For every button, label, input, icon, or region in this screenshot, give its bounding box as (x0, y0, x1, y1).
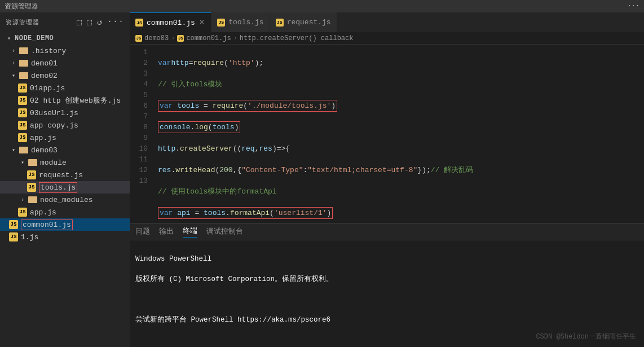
new-file-icon[interactable]: ⬚ (77, 17, 82, 28)
refresh-icon[interactable]: ↺ (97, 17, 103, 28)
tree-item-app-demo02[interactable]: JS app.js (0, 131, 130, 144)
tree-root-node_demo[interactable]: ▾ NODE_DEMO (0, 32, 130, 45)
tab-close-common01[interactable]: × (199, 18, 205, 27)
tab-requestjs[interactable]: JS request.js (270, 12, 337, 32)
tree-label-02http: 02 http 创建web服务.js (30, 95, 121, 106)
tree-item-03useUrl[interactable]: JS 03useUrl.js (0, 107, 130, 119)
tab-label-tools: tools.js (228, 18, 263, 27)
tree-item-history[interactable]: › .history (0, 45, 130, 57)
panel-tab-output[interactable]: 输出 (159, 226, 174, 238)
terminal-line-4: 尝试新的跨平台 PowerShell https://aka.ms/pscore… (135, 315, 638, 325)
code-editor[interactable]: 1 2 3 4 5 6 7 8 9 10 11 12 13 var http =… (130, 45, 644, 223)
panel-tab-problems[interactable]: 问题 (135, 226, 150, 238)
tree-label-history: .history (31, 47, 66, 55)
chevron-right-icon: › (9, 46, 18, 55)
folder-icon (19, 147, 28, 153)
tree-item-module[interactable]: ▾ module (0, 156, 130, 169)
line-numbers: 1 2 3 4 5 6 7 8 9 10 11 12 13 (130, 45, 152, 223)
breadcrumb: JS demo03 › JS common01.js › http.create… (130, 32, 644, 45)
chevron-down-icon: ▾ (18, 158, 27, 167)
title-label: 资源管理器 (5, 2, 38, 11)
tree-item-1js[interactable]: JS 1.js (0, 231, 130, 243)
js-icon: JS (9, 220, 18, 229)
file-tree: ▾ NODE_DEMO › .history › demo01 ▾ demo02 (0, 32, 130, 347)
breadcrumb-demo03: demo03 (144, 34, 169, 42)
panel: 问题 输出 终端 调试控制台 Windows PowerShell 版权所有 (… (130, 223, 644, 347)
js-icon: JS (18, 121, 27, 130)
tree-item-toolsjs[interactable]: JS tools.js (0, 181, 130, 194)
chevron-right-icon: › (9, 59, 18, 68)
tree-label-demo01: demo01 (31, 59, 58, 68)
chevron-down-icon: ▾ (9, 146, 18, 155)
sidebar-title-label: 资源管理器 (6, 18, 39, 27)
tree-item-common01js[interactable]: JS common01.js (0, 218, 130, 231)
js-icon: JS (18, 84, 27, 93)
tree-item-demo03[interactable]: ▾ demo03 (0, 144, 130, 156)
tree-label-demo02: demo02 (31, 72, 58, 80)
code-line-8: var api = tools.formatApi('userlist/1') (158, 208, 644, 218)
breadcrumb-js-icon: JS (135, 35, 142, 42)
code-line-1: var http = require('http'); (158, 58, 644, 68)
tree-label-node-modules: node_modules (40, 196, 93, 204)
code-line-7: // 使用tools模块中的formatApi (158, 186, 644, 197)
tree-item-demo02[interactable]: ▾ demo02 (0, 69, 130, 82)
breadcrumb-js-icon2: JS (177, 35, 184, 42)
tree-label-toolsjs: tools.js (39, 183, 77, 192)
terminal-line-2: 版权所有 (C) Microsoft Corporation。保留所有权利。 (135, 274, 638, 284)
tree-label-03useUrl: 03useUrl.js (30, 109, 78, 117)
panel-tab-debug[interactable]: 调试控制台 (206, 226, 243, 238)
title-bar: 资源管理器 ··· (0, 0, 644, 12)
js-icon: JS (18, 133, 27, 142)
js-tab-icon: JS (276, 19, 284, 27)
new-folder-icon[interactable]: ⬚ (87, 17, 92, 28)
code-line-3: var tools = require('./module/tools.js') (158, 100, 644, 111)
folder-icon (19, 72, 28, 79)
js-tab-icon: JS (217, 19, 225, 27)
tree-item-01app[interactable]: JS 01app.js (0, 82, 130, 94)
tab-common01js[interactable]: JS common01.js × (130, 12, 211, 32)
folder-icon (19, 60, 28, 67)
tree-item-appcopy[interactable]: JS app copy.js (0, 119, 130, 131)
panel-tab-bar: 问题 输出 终端 调试控制台 (130, 223, 644, 240)
tree-item-02http[interactable]: JS 02 http 创建web服务.js (0, 94, 130, 107)
code-content[interactable]: var http = require('http'); // 引入tools模块… (152, 45, 644, 223)
tree-label-demo03: demo03 (31, 146, 58, 155)
tree-label-1js: 1.js (21, 233, 38, 241)
folder-icon (28, 159, 37, 166)
panel-tab-terminal[interactable]: 终端 (183, 226, 197, 238)
more-icon[interactable]: ··· (107, 17, 124, 28)
breadcrumb-sep1: › (171, 34, 175, 42)
tree-item-requestjs[interactable]: JS request.js (0, 169, 130, 181)
chevron-right-icon: › (18, 195, 27, 204)
folder-icon (19, 47, 28, 54)
tree-item-demo01[interactable]: › demo01 (0, 57, 130, 69)
terminal-content[interactable]: Windows PowerShell 版权所有 (C) Microsoft Co… (130, 240, 644, 347)
tab-label-request: request.js (287, 18, 331, 27)
tree-label-app-demo02: app.js (30, 134, 56, 142)
sidebar-icons[interactable]: ⬚ ⬚ ↺ ··· (77, 17, 124, 28)
breadcrumb-callback: http.createServer() callback (240, 34, 354, 42)
code-line-4: console.log(tools) (158, 122, 644, 133)
js-tab-icon: JS (135, 19, 143, 27)
js-icon: JS (18, 208, 27, 217)
sidebar-header: 资源管理器 ⬚ ⬚ ↺ ··· (0, 12, 130, 32)
tree-item-node-modules[interactable]: › node_modules (0, 194, 130, 206)
tree-label-appcopy: app copy.js (30, 121, 78, 130)
watermark: CSDN @Sheldon一蓑烟雨任平生 (536, 332, 636, 341)
tab-toolsjs[interactable]: JS tools.js (211, 12, 270, 32)
tree-label-module: module (40, 159, 67, 167)
js-icon: JS (18, 108, 27, 117)
tree-label-common01js: common01.js (21, 221, 73, 229)
js-icon: JS (9, 232, 18, 241)
tree-item-app-demo03[interactable]: JS app.js (0, 206, 130, 218)
root-label: NODE_DEMO (15, 34, 54, 42)
terminal-line-3 (135, 295, 638, 305)
code-line-2: // 引入tools模块 (158, 79, 644, 90)
chevron-down-icon: ▾ (5, 34, 14, 43)
js-icon: JS (27, 183, 36, 192)
title-dots: ··· (627, 2, 639, 10)
code-line-5: http.createServer((req, res)=> { (158, 143, 644, 154)
terminal-line-1: Windows PowerShell (135, 254, 638, 264)
chevron-down-icon: ▾ (9, 71, 18, 80)
folder-icon (28, 196, 37, 203)
